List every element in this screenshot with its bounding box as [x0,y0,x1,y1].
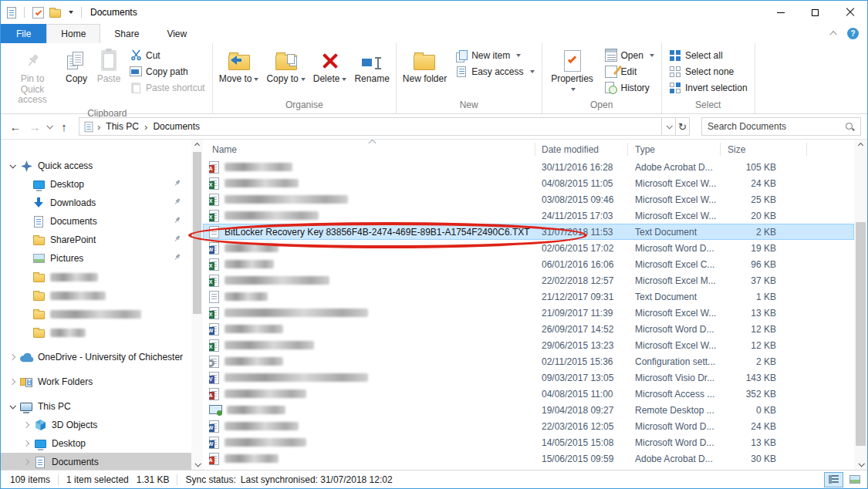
sidebar-item-desktop[interactable]: Desktop [1,434,191,453]
expand-toggle[interactable] [21,423,32,427]
collapse-ribbon-icon[interactable] [829,31,837,39]
sidebar-item-quick-access[interactable]: Quick access [1,157,191,175]
list-scrollbar[interactable] [854,140,867,470]
file-row-redacted[interactable]: X06/01/2016 16:06Microsoft Excel C...96 … [203,256,854,272]
breadcrumb-chevron-icon[interactable]: › [144,122,147,132]
file-row-redacted[interactable]: 21/12/2017 09:31Text Document1 KB [203,288,854,305]
breadcrumb-chevron-icon[interactable]: › [97,122,100,132]
ribbon-button-invert-selection[interactable]: Invert selection [664,79,752,96]
file-row-redacted[interactable]: X04/08/2015 11:05Microsoft Excel W...24 … [203,175,854,191]
thumbnails-view-button[interactable] [845,472,864,487]
search-icon[interactable] [845,122,855,132]
ribbon-button-rename[interactable]: Rename [350,45,393,85]
scroll-up-icon[interactable] [191,140,203,151]
column-divider[interactable] [627,143,628,156]
column-divider[interactable] [806,143,807,156]
file-row-redacted[interactable]: X29/06/2015 13:23Microsoft Excel W...12 … [203,337,854,353]
details-view-button[interactable] [824,472,843,487]
customize-toolbar-caret-icon[interactable] [69,11,73,14]
ribbon-button-new-folder[interactable]: New folder [399,45,451,85]
properties-check-icon[interactable] [32,7,44,19]
sidebar-item-desktop[interactable]: Desktop [1,175,191,194]
expand-toggle[interactable] [7,379,18,384]
breadcrumb-documents[interactable]: Documents [151,121,201,132]
ribbon-button-copy[interactable]: Copy [60,45,93,85]
sidebar-item-redacted[interactable] [1,323,191,342]
ribbon-button-paste-shortcut[interactable]: Paste shortcut [125,79,210,96]
expand-toggle[interactable] [7,164,18,168]
sidebar-item-redacted[interactable] [1,286,191,305]
minimize-button[interactable] [763,1,798,24]
search-input[interactable] [708,121,845,132]
sidebar-item-sharepoint[interactable]: SharePoint [1,231,191,249]
refresh-button[interactable]: ↻ [676,117,690,136]
scroll-down-icon[interactable] [854,458,867,470]
column-divider[interactable] [535,143,535,156]
ribbon-button-properties[interactable]: Properties [545,45,600,95]
recent-locations-caret-icon[interactable] [46,123,52,129]
help-icon[interactable]: ? [847,28,859,39]
scrollbar-thumb[interactable] [856,222,866,446]
sidebar-item-redacted[interactable] [1,305,191,323]
file-row-bitlocker-recovery-key-83856f4b-2474-469[interactable]: BitLocker Recovery Key 83856F4B-2474-469… [203,224,854,240]
ribbon-button-paste[interactable]: Paste [93,45,125,85]
scroll-down-icon[interactable] [191,458,203,470]
expand-toggle[interactable] [21,460,32,464]
ribbon-button-copy-path[interactable]: Copy path [125,63,210,79]
file-row-redacted[interactable]: W14/05/2015 15:08Microsoft Word D...13 K… [203,434,854,450]
file-row-redacted[interactable]: W26/09/2017 14:52Microsoft Word D...12 K… [203,321,854,337]
sidebar-scrollbar[interactable] [191,140,203,470]
sidebar-item-documents[interactable]: Documents [1,212,191,231]
column-header-size[interactable]: Size [728,140,745,159]
file-row-redacted[interactable]: W22/03/2016 12:05Microsoft Word D...24 K… [203,418,854,434]
ribbon-button-cut[interactable]: Cut [125,47,210,63]
file-row-redacted[interactable]: X24/11/2015 17:03Microsoft Excel W...20 … [203,207,854,224]
tab-share[interactable]: Share [100,24,153,43]
ribbon-button-pin-to-quick-access[interactable]: Pin to Quick access [5,45,60,106]
forward-button[interactable]: → [28,121,42,133]
sidebar-item-work-folders[interactable]: Work Folders [1,373,191,391]
address-field[interactable]: › This PC › Documents [79,117,662,136]
sidebar-item-pictures[interactable]: Pictures [1,249,191,268]
tab-file[interactable]: File [1,24,46,43]
expand-toggle[interactable] [7,404,18,409]
tab-home[interactable]: Home [46,24,100,43]
sidebar-item-documents[interactable]: Documents [1,453,191,470]
sidebar-item-this-pc[interactable]: This PC [1,397,191,416]
tab-view[interactable]: View [153,24,201,43]
scrollbar-thumb[interactable] [193,152,201,314]
ribbon-button-history[interactable]: History [600,79,659,96]
column-header-date-modified[interactable]: Date modified [542,140,599,159]
maximize-button[interactable] [798,1,833,24]
ribbon-button-copy-to[interactable]: Copy to [262,45,309,85]
file-row-redacted[interactable]: X22/02/2018 12:57Microsoft Excel M...37 … [203,272,854,288]
column-header-type[interactable]: Type [635,140,655,159]
up-button[interactable]: ↑ [57,121,71,133]
file-row-redacted[interactable]: W02/06/2015 17:02Microsoft Word D...19 K… [203,240,854,256]
expand-toggle[interactable] [21,441,32,446]
file-row-redacted[interactable]: 19/04/2018 09:27Remote Desktop ...0 KB [203,402,854,418]
ribbon-button-select-all[interactable]: Select all [664,47,752,63]
column-divider[interactable] [720,143,721,156]
column-header-name[interactable]: Name [212,140,237,159]
sidebar-item-downloads[interactable]: Downloads [1,194,191,212]
file-row-redacted[interactable]: X21/09/2017 11:39Microsoft Excel W...13 … [203,305,854,321]
scroll-up-icon[interactable] [854,140,867,151]
explorer-icon[interactable] [7,7,16,19]
ribbon-button-delete[interactable]: Delete [309,45,351,85]
ribbon-button-easy-access[interactable]: Easy access [451,63,539,79]
file-row-redacted[interactable]: 02/11/2015 15:36Configuration sett...2 K… [203,353,854,369]
file-row-redacted[interactable]: A04/08/2015 11:00Microsoft Access ...352… [203,386,854,402]
file-row-redacted[interactable]: A30/11/2016 16:28Adobe Acrobat D...105 K… [203,159,854,175]
ribbon-button-open[interactable]: Open [600,47,659,63]
ribbon-button-edit[interactable]: Edit [600,63,659,79]
ribbon-button-select-none[interactable]: Select none [664,63,752,79]
sidebar-item-onedrive-university-of-chichester[interactable]: OneDrive - University of Chichester [1,348,191,366]
file-row-redacted[interactable]: A15/06/2015 09:59Adobe Acrobat D...30 KB [203,450,854,467]
ribbon-button-new-item[interactable]: New item [451,47,539,63]
sidebar-item-3d-objects[interactable]: 3D Objects [1,416,191,434]
breadcrumb-this-pc[interactable]: This PC [104,121,140,132]
address-dropdown-button[interactable] [662,117,676,136]
back-button[interactable]: ← [8,121,22,133]
file-row-redacted[interactable]: X03/08/2015 09:46Microsoft Excel W...25 … [203,191,854,207]
